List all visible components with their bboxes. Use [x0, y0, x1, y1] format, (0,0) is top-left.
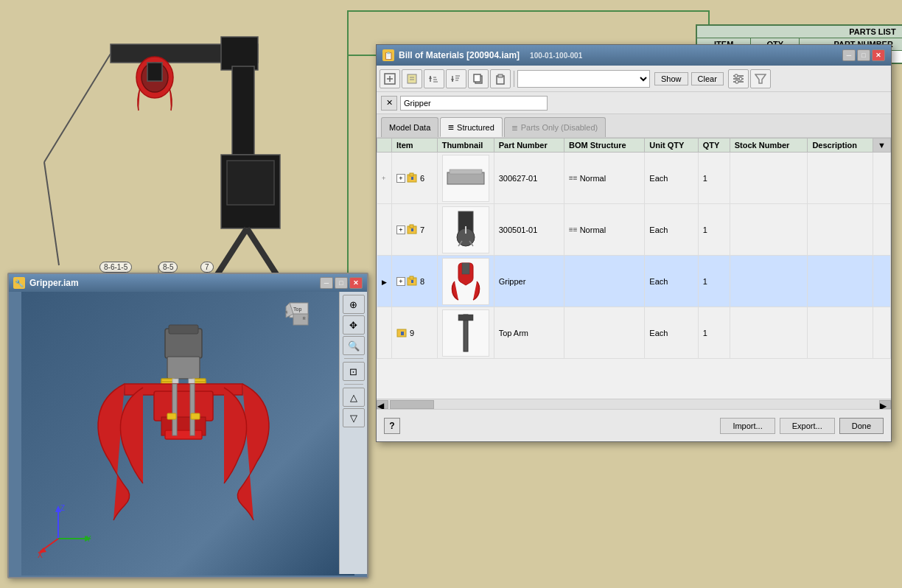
bom-search-bar: ✕ [377, 92, 891, 114]
pan-button[interactable]: ✥ [343, 315, 365, 335]
toolbar-separator-2 [344, 384, 363, 385]
hscroll-left-btn[interactable]: ◀ [377, 400, 388, 409]
thumbnail-7 [437, 204, 494, 256]
row-expand-8[interactable]: ▶ [377, 256, 392, 307]
row-unit-qty-6: Each [645, 153, 698, 204]
tab-parts-only[interactable]: ≡ Parts Only (Disabled) [504, 117, 606, 137]
svg-rect-71 [498, 74, 503, 77]
thumbnail-6 [437, 153, 494, 204]
expand-btn-8[interactable]: + [396, 277, 405, 286]
svg-rect-8 [232, 66, 254, 155]
col-header-expand [377, 139, 392, 153]
col-header-thumbnail: Thumbnail [437, 139, 494, 153]
bom-horizontal-scrollbar[interactable]: ◀ ▶ [377, 399, 891, 409]
close-button[interactable]: ✕ [349, 277, 363, 289]
search-button[interactable]: ✕ [381, 96, 397, 111]
row-qty-6: 1 [698, 153, 730, 204]
svg-point-77 [735, 80, 738, 83]
row-expand-9[interactable] [377, 307, 392, 359]
toolbar-btn-2[interactable] [402, 69, 422, 88]
minimize-button[interactable]: ─ [320, 277, 333, 289]
expand-btn-6[interactable]: + [396, 174, 405, 183]
bom-content: Show Clear ✕ Model Data ≡ Structured [377, 66, 891, 441]
help-button[interactable]: ? [384, 418, 400, 434]
bom-close-button[interactable]: ✕ [872, 49, 885, 61]
row-partnum-7[interactable]: 300501-01 [494, 204, 564, 256]
row-bom-struct-9[interactable] [564, 307, 645, 359]
toolbar-btn-sort-desc[interactable] [446, 69, 466, 88]
svg-rect-93 [410, 276, 413, 279]
col-header-stock-number: Stock Number [730, 139, 808, 153]
show-button[interactable]: Show [654, 72, 688, 85]
export-button[interactable]: Export... [780, 418, 835, 434]
row-partnum-6[interactable]: 300627-01 [494, 153, 564, 204]
clear-button[interactable]: Clear [691, 72, 724, 85]
done-button[interactable]: Done [839, 418, 884, 434]
gripper-content: Top F R [9, 292, 367, 574]
svg-rect-85 [410, 225, 413, 228]
row-scroll-8 [873, 256, 891, 307]
toolbar-btn-filter[interactable] [750, 69, 771, 88]
svg-rect-80 [410, 173, 413, 176]
toolbar-btn-sort-asc[interactable] [424, 69, 444, 88]
show-clear-area: Show Clear [654, 72, 724, 85]
hscroll-right-btn[interactable]: ▶ [879, 400, 891, 409]
expand-btn-7[interactable]: + [396, 225, 405, 234]
svg-line-15 [44, 54, 111, 162]
table-row[interactable]: + 7 [377, 204, 891, 256]
row-partnum-8[interactable]: Gripper [494, 256, 564, 307]
maximize-button[interactable]: □ [335, 277, 348, 289]
svg-line-16 [44, 162, 59, 265]
toolbar-separator-1 [344, 358, 363, 359]
tab-structured[interactable]: ≡ Structured [440, 117, 503, 137]
toolbar-btn-1[interactable] [380, 69, 400, 88]
orbit-button[interactable]: ⊕ [343, 295, 365, 314]
row-expand-6[interactable]: + [377, 153, 392, 204]
table-row[interactable]: 9 Top Arm [377, 307, 891, 359]
bom-minimize-button[interactable]: ─ [842, 49, 856, 61]
search-input[interactable] [400, 96, 548, 111]
svg-point-76 [739, 77, 742, 80]
gripper-right-toolbar: ⊕ ✥ 🔍 ⊡ △ ▽ [339, 292, 367, 574]
gripper-viewport[interactable]: Top F R [21, 292, 354, 575]
fit-button[interactable]: ⊡ [343, 362, 365, 381]
bom-footer: ? Import... Export... Done [377, 409, 891, 441]
row-partnum-9[interactable]: Top Arm [494, 307, 564, 359]
table-row[interactable]: ▶ + 8 [377, 256, 891, 307]
row-unit-qty-8: Each [645, 256, 698, 307]
tab-structured-label: Structured [457, 123, 494, 132]
table-row[interactable]: + + 6 [377, 153, 891, 204]
footer-right: Import... Export... Done [720, 418, 884, 434]
row-scroll-9 [873, 307, 891, 359]
gripper-3d-model [58, 314, 309, 535]
hscroll-thumb[interactable] [390, 400, 434, 409]
row-expand-7[interactable] [377, 204, 392, 256]
row-bom-struct-8[interactable] [564, 256, 645, 307]
svg-rect-55 [408, 74, 416, 83]
tab-parts-only-label: Parts Only (Disabled) [521, 123, 598, 132]
svg-rect-95 [462, 263, 469, 274]
axes-indicator: Z Y X [36, 502, 95, 561]
bom-dropdown[interactable] [517, 70, 650, 88]
tab-model-data[interactable]: Model Data [381, 117, 438, 137]
toolbar-btn-settings[interactable] [728, 69, 749, 88]
row-bom-struct-7[interactable]: ≡≡ Normal [564, 204, 645, 256]
view-up-button[interactable]: △ [343, 388, 365, 407]
import-button[interactable]: Import... [720, 418, 775, 434]
label-8-6-1-5: 8-6-1-5 [99, 262, 132, 273]
row-qty-8: 1 [698, 256, 730, 307]
svg-rect-10 [227, 161, 274, 205]
svg-rect-28 [167, 357, 200, 379]
zoom-button[interactable]: 🔍 [343, 336, 365, 355]
svg-rect-41 [191, 413, 200, 419]
bom-maximize-button[interactable]: □ [857, 49, 870, 61]
svg-rect-86 [411, 228, 413, 231]
tab-model-data-label: Model Data [389, 123, 430, 132]
gripper-titlebar: 🔧 Gripper.iam ─ □ ✕ [9, 274, 367, 292]
view-down-button[interactable]: ▽ [343, 408, 365, 427]
col-header-bom-structure: BOM Structure [564, 139, 645, 153]
row-bom-struct-6[interactable]: ≡≡ Normal [564, 153, 645, 204]
toolbar-btn-copy[interactable] [468, 69, 489, 88]
toolbar-btn-paste[interactable] [490, 69, 511, 88]
bom-table-wrapper[interactable]: Item Thumbnail Part Number BOM Structure… [377, 138, 891, 399]
